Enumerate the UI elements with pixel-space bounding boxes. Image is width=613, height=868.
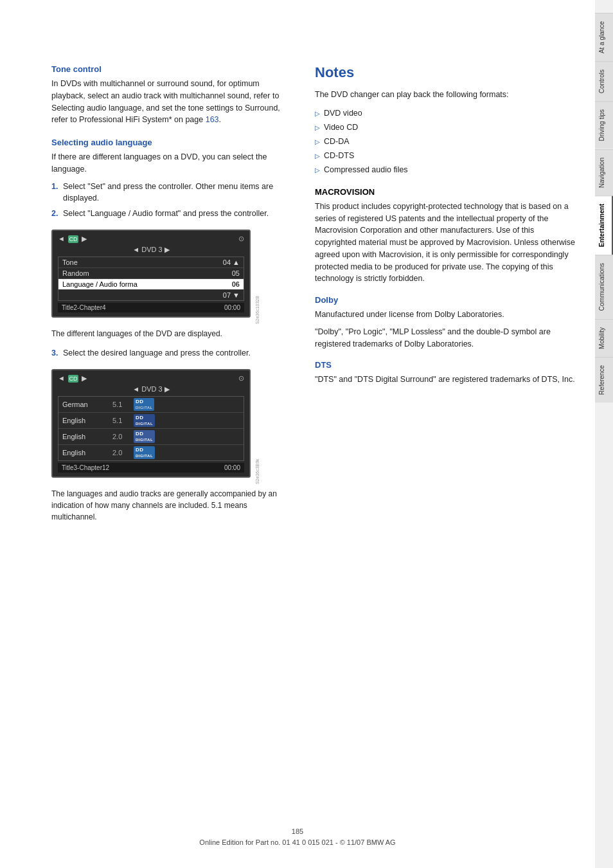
lang-english3: English [62, 449, 107, 457]
page-link-163[interactable]: 163 [206, 115, 219, 124]
menu-row-tone-value: 04 ▲ [223, 258, 240, 266]
tone-control-body: In DVDs with multichannel or surround so… [51, 78, 283, 126]
sidebar-tab-reference[interactable]: Reference [595, 357, 613, 402]
menu-row-tone: Tone 04 ▲ [58, 257, 244, 268]
lang-row-english1: English 5.1 DDDIGITAL [58, 413, 244, 429]
page-footer: 185 Online Edition for Part no. 01 41 0 … [0, 826, 595, 849]
page-footer-text: Online Edition for Part no. 01 41 0 015 … [0, 837, 595, 849]
screen-2-dvd-text: ◄ DVD 3 ▶ [132, 385, 169, 393]
menu-row-language: Language / Audio forma 06 [58, 279, 244, 290]
screen-1-menu: Tone 04 ▲ Random 05 Language / Audio for… [58, 257, 244, 301]
caption-2: The languages and audio tracks are gener… [51, 488, 283, 523]
lang-row-german: German 5.1 DDDIGITAL [58, 397, 244, 413]
sidebar: At a glance Controls Driving tips Naviga… [595, 0, 613, 868]
notes-title: Notes [315, 64, 576, 81]
selecting-audio-heading: Selecting audio language [51, 138, 283, 147]
sidebar-tab-at-a-glance[interactable]: At a glance [595, 13, 613, 61]
sidebar-tab-entertainment[interactable]: Entertainment [595, 195, 613, 255]
lang-english3-ch: 2.0 [112, 449, 129, 457]
dts-heading: DTS [315, 360, 576, 370]
step-3-list: Select the desired language and press th… [51, 347, 283, 359]
selecting-audio-intro: If there are different languages on a DV… [51, 151, 283, 176]
caption-1: The different languages of the DVD are d… [51, 328, 283, 339]
lang-english1-badge: DDDIGITAL [134, 414, 155, 427]
screen-1-top-bar: ◄ CD ▶ ⊙ [58, 235, 244, 243]
format-dvd-video: DVD video [315, 106, 576, 120]
steps-list: Select "Set" and press the controller. O… [51, 181, 283, 220]
screen-1-top-icon: ⊙ [238, 235, 244, 243]
menu-row-random: Random 05 [58, 268, 244, 279]
screen-1-dvd-text: ◄ DVD 3 ▶ [132, 246, 169, 254]
right-column: Notes The DVD changer can play back the … [302, 64, 576, 829]
lang-english1-ch: 5.1 [112, 417, 129, 424]
screen-1-dvd-bar: ◄ DVD 3 ▶ [58, 246, 244, 254]
left-column: Tone control In DVDs with multichannel o… [51, 64, 283, 829]
screen-2-bottom: Title3-Chapter12 00:00 [58, 463, 244, 473]
step-1: Select "Set" and press the controller. O… [51, 181, 283, 205]
screen-2-bottom-right: 00:00 [224, 464, 240, 471]
menu-row-language-label: Language / Audio forma [62, 280, 138, 288]
sidebar-tab-driving-tips[interactable]: Driving tips [595, 101, 613, 149]
sidebar-tab-communications[interactable]: Communications [595, 255, 613, 318]
step-3: Select the desired language and press th… [51, 347, 283, 359]
screen-1-side-text: S2e36c1032B [255, 223, 260, 324]
formats-list: DVD video Video CD CD-DA CD-DTS Compress… [315, 106, 576, 177]
screen-1-bottom-left: Title2-Chapter4 [62, 304, 106, 311]
menu-row-07-value: 07 ▼ [223, 291, 240, 299]
screen-1-bottom-right: 00:00 [224, 304, 240, 311]
lang-german-ch: 5.1 [112, 401, 129, 408]
screen-2-bottom-left: Title3-Chapter12 [62, 464, 109, 471]
screen-2-side-text: S2e36c3B9k [255, 363, 260, 484]
lang-german: German [62, 401, 107, 408]
screen-2-dvd-bar: ◄ DVD 3 ▶ [58, 385, 244, 393]
format-cd-dts: CD-DTS [315, 149, 576, 163]
sidebar-tab-controls[interactable]: Controls [595, 61, 613, 101]
dolby-body2: "Dolby", "Pro Logic", "MLP Lossless" and… [315, 326, 576, 350]
step-2: Select "Language / Audio format" and pre… [51, 208, 283, 220]
lang-english2: English [62, 433, 107, 440]
lang-row-english3: English 2.0 DDDIGITAL [58, 445, 244, 460]
page-number: 185 [0, 826, 595, 838]
lang-german-badge: DDDIGITAL [134, 398, 154, 411]
screen-2-top-bar: ◄ CD ▶ ⊙ [58, 374, 244, 383]
screen-1-top-left: ◄ CD ▶ [58, 235, 87, 243]
format-cd-da: CD-DA [315, 134, 576, 149]
screen-2-top-left: ◄ CD ▶ [58, 374, 87, 383]
sidebar-tab-mobility[interactable]: Mobility [595, 319, 613, 357]
menu-row-random-label: Random [62, 269, 89, 277]
lang-row-english2: English 2.0 DDDIGITAL [58, 429, 244, 445]
screen-2-lang-list: German 5.1 DDDIGITAL English 5.1 DDDIGIT… [58, 396, 244, 461]
tone-control-heading: Tone control [51, 64, 283, 74]
dolby-heading: Dolby [315, 295, 576, 305]
lang-english1: English [62, 417, 107, 424]
screen-1-bottom: Title2-Chapter4 00:00 [58, 303, 244, 312]
lang-english2-ch: 2.0 [112, 433, 129, 440]
dts-body: "DTS" and "DTS Digital Surround" are reg… [315, 374, 576, 386]
lang-english3-badge: DDDIGITAL [134, 446, 155, 459]
screen-1-wrapper: ◄ CD ▶ ⊙ ◄ DVD 3 ▶ Tone 04 ▲ Random 0 [51, 223, 251, 324]
screen-2: ◄ CD ▶ ⊙ ◄ DVD 3 ▶ German 5.1 DDDIGITAL [51, 369, 251, 478]
screen-2-top-icon: ⊙ [238, 374, 244, 383]
dolby-body1: Manufactured under license from Dolby La… [315, 309, 576, 321]
menu-row-language-value: 06 [232, 280, 240, 288]
sidebar-tab-navigation[interactable]: Navigation [595, 149, 613, 195]
lang-english2-badge: DDDIGITAL [134, 430, 155, 443]
notes-intro: The DVD changer can play back the follow… [315, 89, 576, 101]
menu-row-07: 07 ▼ [58, 290, 244, 300]
macrovision-body: This product includes copyright-protecte… [315, 201, 576, 285]
format-video-cd: Video CD [315, 120, 576, 134]
format-compressed: Compressed audio files [315, 163, 576, 177]
screen-1: ◄ CD ▶ ⊙ ◄ DVD 3 ▶ Tone 04 ▲ Random 0 [51, 230, 251, 318]
macrovision-heading: MACROVISION [315, 187, 576, 197]
menu-row-random-value: 05 [232, 269, 240, 277]
screen-2-wrapper: ◄ CD ▶ ⊙ ◄ DVD 3 ▶ German 5.1 DDDIGITAL [51, 363, 251, 484]
menu-row-tone-label: Tone [62, 258, 78, 266]
